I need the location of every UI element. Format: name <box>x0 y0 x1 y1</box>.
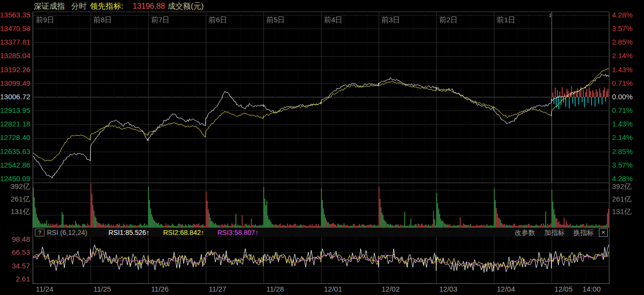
day-label: 前9日 <box>36 16 54 24</box>
rsi-axis-label: 34.57 <box>0 262 30 270</box>
date-label: 12/03 <box>439 285 458 293</box>
rsi3-value: RSI3:58.807↑ <box>217 229 259 236</box>
rsi-chart-canvas[interactable] <box>33 237 609 283</box>
volume-chart-canvas[interactable] <box>33 183 609 228</box>
pct-axis-label: 2.14% <box>612 52 644 60</box>
pct-axis-label: 2.85% <box>612 148 644 155</box>
leading-indicator-value: 13196.88 <box>133 2 165 11</box>
price-axis-label: 13470.58 <box>0 25 30 32</box>
amount-unit-label: 成交额(元) <box>168 2 204 11</box>
volume-axis-label: 392亿 <box>0 183 30 190</box>
divider-line <box>609 12 610 283</box>
rsi2-value: RSI2:68.842↑ <box>163 229 204 236</box>
price-axis-label: 12728.40 <box>0 134 30 141</box>
date-label: 12/02 <box>382 285 400 293</box>
day-label: 前7日 <box>151 16 169 24</box>
pct-axis-label: 2.14% <box>612 134 644 141</box>
resize-handle-icon[interactable]: ↕ <box>549 11 552 18</box>
rsi-axis-label: 66.53 <box>0 248 30 256</box>
price-axis-label: 12913.95 <box>0 107 30 114</box>
price-axis-label: 12635.63 <box>0 148 30 155</box>
day-label: 前8日 <box>93 16 112 24</box>
pct-axis-label: 1.43% <box>612 66 644 74</box>
app-root: 深证成指 分时 领先指标: 13196.88 成交额(元) ↕ ? RSI (6… <box>0 0 644 295</box>
day-label: 前6日 <box>209 16 227 24</box>
volume-axis-label: 392亿 <box>612 183 644 190</box>
change-params-button[interactable]: 改参数 <box>515 229 535 236</box>
price-axis-label: 12821.18 <box>0 120 30 128</box>
day-label: 前5日 <box>266 16 285 24</box>
day-label: 前3日 <box>382 16 400 24</box>
volume-axis-label: 261亿 <box>0 195 30 203</box>
day-label: 前4日 <box>324 16 342 24</box>
chart-mode-label: 分时 <box>71 2 87 11</box>
volume-axis-label: 131亿 <box>612 208 644 216</box>
symbol-name: 深证成指 <box>34 2 65 11</box>
close-button[interactable]: × <box>599 228 608 237</box>
pct-axis-label: 4.28% <box>612 11 644 19</box>
price-axis-label: 13285.04 <box>0 52 30 60</box>
volume-axis-label: 131亿 <box>0 208 30 216</box>
price-axis-label: 13377.81 <box>0 38 30 46</box>
rsi1-value: RSI1:85.526↑ <box>108 229 150 236</box>
rsi-axis-label: 98.48 <box>0 235 30 243</box>
price-axis-label: 12542.86 <box>0 161 30 169</box>
pct-axis-label: 3.57% <box>612 25 644 32</box>
switch-indicator-button[interactable]: 换指标 <box>573 229 594 236</box>
rsi-title: RSI (6,12,24) <box>47 229 87 236</box>
pct-axis-label: 2.85% <box>612 38 644 46</box>
leading-indicator-label: 领先指标: <box>90 2 123 11</box>
rsi-axis-label: 2.61 <box>0 275 30 283</box>
date-label: 11/26 <box>151 285 169 293</box>
pct-axis-label: 1.43% <box>612 120 644 128</box>
pct-axis-label: 0.71% <box>612 79 644 87</box>
date-label: 11/25 <box>93 285 111 293</box>
add-indicator-button[interactable]: 加指标 <box>544 229 565 236</box>
price-axis-label: 12450.09 <box>0 175 30 183</box>
pct-axis-label: 3.57% <box>612 161 644 169</box>
date-label: 11/28 <box>266 285 284 293</box>
pct-axis-label: 4.28% <box>612 175 644 183</box>
date-label: 12/05 <box>554 285 573 293</box>
price-axis-label: 13192.26 <box>0 66 30 74</box>
price-axis-label: 13099.49 <box>0 79 30 87</box>
time-label: 14:00 <box>583 285 601 293</box>
date-label: 11/24 <box>36 285 53 293</box>
day-label: 前1日 <box>497 16 515 24</box>
date-label: 12/04 <box>497 285 515 293</box>
pct-axis-label: 0.00% <box>612 93 644 101</box>
price-axis-label: 13563.35 <box>0 11 30 19</box>
volume-axis-label: 261亿 <box>612 195 644 203</box>
divider-line <box>32 283 610 284</box>
help-button[interactable]: ? <box>35 229 45 236</box>
price-axis-label: 13006.72 <box>0 93 30 101</box>
pct-axis-label: 0.71% <box>612 107 644 114</box>
date-label: 12/01 <box>324 285 342 293</box>
day-label: 前2日 <box>439 16 458 24</box>
date-label: 11/27 <box>209 285 226 293</box>
price-chart-canvas[interactable] <box>33 12 609 183</box>
